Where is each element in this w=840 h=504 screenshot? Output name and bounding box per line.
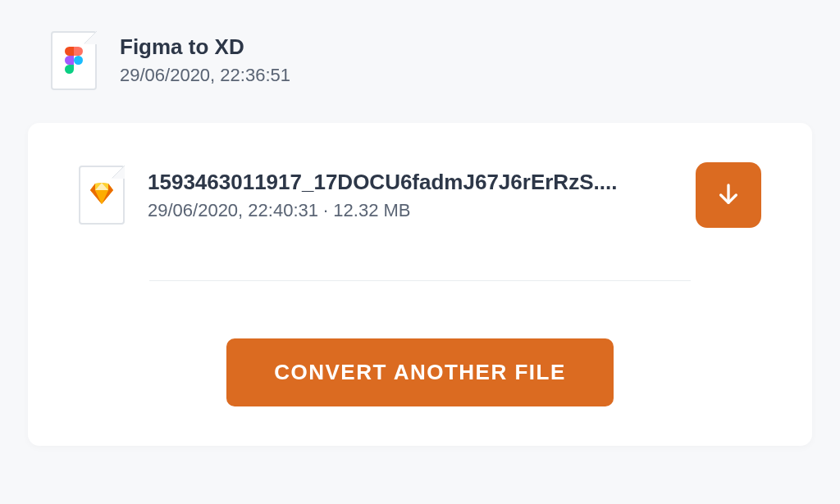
sketch-logo-icon xyxy=(90,183,113,207)
figma-file-icon xyxy=(51,31,97,90)
conversion-header: Figma to XD 29/06/2020, 22:36:51 xyxy=(28,31,812,90)
conversion-title: Figma to XD xyxy=(120,34,290,60)
result-filename: 1593463011917_17DOCU6fadmJ67J6rErRzS.... xyxy=(148,170,673,195)
result-file-meta: 29/06/2020, 22:40:31 · 12.32 MB xyxy=(148,200,673,221)
divider xyxy=(149,280,691,281)
result-card: 1593463011917_17DOCU6fadmJ67J6rErRzS....… xyxy=(28,123,812,446)
convert-another-button[interactable]: CONVERT ANOTHER FILE xyxy=(226,338,613,406)
result-size: 12.32 MB xyxy=(333,200,410,220)
sketch-file-icon xyxy=(79,166,125,225)
result-file-row: 1593463011917_17DOCU6fadmJ67J6rErRzS....… xyxy=(79,162,761,228)
conversion-date: 29/06/2020, 22:36:51 xyxy=(120,65,290,86)
figma-logo-icon xyxy=(65,47,83,75)
result-date: 29/06/2020, 22:40:31 xyxy=(148,200,318,220)
download-button[interactable] xyxy=(696,162,761,228)
download-icon xyxy=(715,182,742,208)
